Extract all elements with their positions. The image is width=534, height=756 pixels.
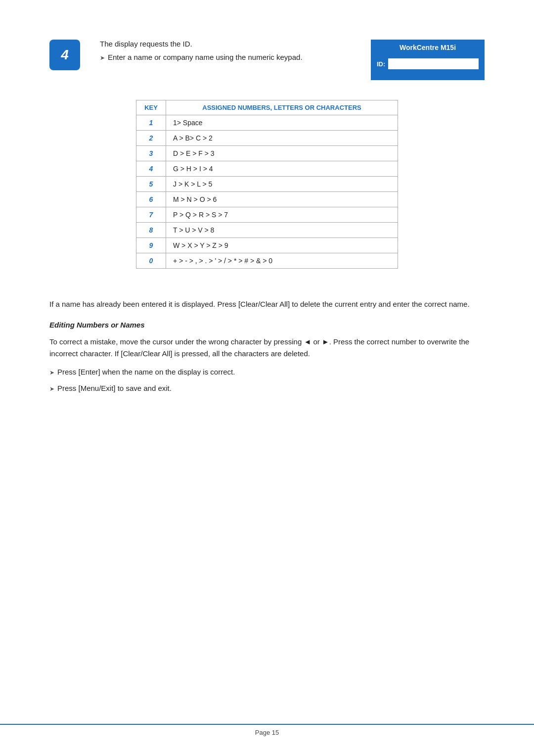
chars-cell: 1> Space [166,115,398,131]
key-table: KEY ASSIGNED NUMBERS, LETTERS OR CHARACT… [136,100,398,269]
table-row: 7P > Q > R > S > 7 [136,207,398,223]
editing-bullet2: Press [Menu/Exit] to save and exit. [49,383,475,394]
info-text: If a name has already been entered it is… [49,298,475,310]
workcentre-title: WorkCentre M15i [372,41,484,54]
key-cell: 4 [136,161,166,177]
key-cell: 0 [136,253,166,269]
key-cell: 1 [136,115,166,131]
key-cell: 5 [136,177,166,192]
page-footer: Page 15 [0,724,534,736]
table-row: 9W > X > Y > Z > 9 [136,238,398,253]
chars-cell: + > - > , > . > ' > / > * > # > & > 0 [166,253,398,269]
chars-cell: G > H > I > 4 [166,161,398,177]
table-row: 8T > U > V > 8 [136,223,398,238]
chars-cell: A > B> C > 2 [166,131,398,146]
chars-cell: D > E > F > 3 [166,146,398,161]
editing-bullet1: Press [Enter] when the name on the displ… [49,367,475,378]
step-text: The display requests the ID. Enter a nam… [100,40,351,61]
table-row: 3D > E > F > 3 [136,146,398,161]
col-key-header: KEY [136,100,166,115]
table-row: 2A > B> C > 2 [136,131,398,146]
workcentre-id-input[interactable] [388,58,479,69]
workcentre-body: ID: [372,54,484,79]
chars-cell: W > X > Y > Z > 9 [166,238,398,253]
key-cell: 8 [136,223,166,238]
table-row: 4G > H > I > 4 [136,161,398,177]
table-row: 11> Space [136,115,398,131]
workcentre-id-label: ID: [377,60,385,68]
step-bullet: Enter a name or company name using the n… [100,53,351,61]
key-cell: 7 [136,207,166,223]
chars-cell: M > N > O > 6 [166,192,398,207]
editing-body: To correct a mistake, move the cursor un… [49,336,475,360]
key-cell: 9 [136,238,166,253]
editing-section: Editing Numbers or Names To correct a mi… [49,319,475,394]
col-chars-header: ASSIGNED NUMBERS, LETTERS OR CHARACTERS [166,100,398,115]
workcentre-display: WorkCentre M15i ID: [371,40,485,80]
step-badge: 4 [49,40,80,70]
key-cell: 6 [136,192,166,207]
step-intro: The display requests the ID. [100,40,351,48]
chars-cell: P > Q > R > S > 7 [166,207,398,223]
table-row: 6M > N > O > 6 [136,192,398,207]
editing-heading: Editing Numbers or Names [49,319,475,331]
workcentre-id-row: ID: [377,58,479,69]
chars-cell: J > K > L > 5 [166,177,398,192]
step-section: 4 The display requests the ID. Enter a n… [49,40,485,80]
key-cell: 3 [136,146,166,161]
table-row: 0+ > - > , > . > ' > / > * > # > & > 0 [136,253,398,269]
table-wrapper: KEY ASSIGNED NUMBERS, LETTERS OR CHARACT… [49,100,485,284]
chars-cell: T > U > V > 8 [166,223,398,238]
page-number: Page 15 [255,729,279,736]
table-row: 5J > K > L > 5 [136,177,398,192]
key-cell: 2 [136,131,166,146]
